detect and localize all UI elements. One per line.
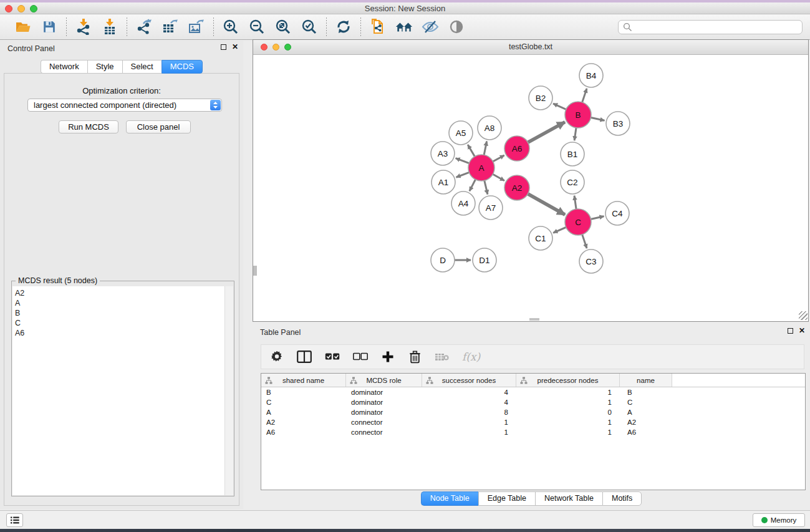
hide-selected-eye-slash-icon[interactable] (422, 18, 439, 36)
mcds-result-item[interactable]: B (15, 308, 224, 318)
cell-name[interactable]: C (620, 399, 672, 406)
table-row[interactable]: Adominator80A (261, 407, 805, 417)
frame-resize-grip[interactable] (799, 311, 808, 320)
mcds-list-scrollbar[interactable] (224, 286, 233, 495)
control-panel-tabs: NetworkStyleSelectMCDS (0, 60, 243, 74)
network-canvas[interactable]: B4B2BB3B1A5A8A6A3AA1A2A4A7C2C4CC1C3DD1 (253, 55, 808, 321)
tab-edge-table[interactable]: Edge Table (478, 491, 535, 506)
cell-successor-nodes[interactable]: 1 (422, 428, 516, 436)
node-label-B: B (575, 110, 581, 120)
window-title: Session: New Session (0, 4, 810, 13)
tab-node-table[interactable]: Node Table (421, 491, 478, 506)
node-label-C1: C1 (535, 234, 546, 243)
show-selected-eye-icon[interactable] (448, 18, 465, 36)
tab-style[interactable]: Style (87, 60, 122, 74)
cell-shared-name[interactable]: A6 (261, 428, 346, 436)
close-panel-button[interactable]: Close panel (126, 120, 191, 133)
split-columns-icon[interactable] (297, 351, 312, 363)
export-image-icon[interactable] (188, 18, 205, 36)
cell-successor-nodes[interactable]: 1 (422, 418, 516, 426)
mcds-result-item[interactable]: A2 (15, 288, 224, 298)
table-row[interactable]: A6connector11A6 (261, 427, 805, 437)
column-header-MCDS-role[interactable]: MCDS role (346, 374, 422, 387)
deselect-all-checks-icon[interactable] (353, 352, 368, 361)
tab-motifs[interactable]: Motifs (602, 491, 642, 506)
apply-function-icon[interactable]: f(x) (462, 351, 480, 363)
float-panel-icon[interactable] (221, 44, 226, 50)
cell-successor-nodes[interactable]: 8 (422, 409, 516, 416)
table-toolbar: f(x) (261, 344, 804, 369)
mcds-result-item[interactable]: C (15, 318, 224, 328)
cell-predecessor-nodes[interactable]: 1 (516, 399, 620, 406)
import-table-icon[interactable] (101, 18, 118, 36)
network-view-frame: testGlobe.txt B4B2BB3B1A5A8A6A3AA1A2A4A7… (253, 39, 809, 322)
table-row[interactable]: A2connector11A2 (261, 417, 805, 427)
node-label-A3: A3 (438, 149, 448, 158)
dock-panels-button[interactable] (6, 513, 23, 527)
zoom-out-icon[interactable] (248, 18, 266, 36)
delete-table-icon[interactable] (435, 352, 449, 362)
cell-name[interactable]: A (620, 409, 672, 416)
add-column-icon[interactable] (381, 351, 395, 363)
delete-column-trash-icon[interactable] (408, 351, 422, 364)
mcds-result-item[interactable]: A6 (15, 328, 224, 338)
column-header-successor-nodes[interactable]: successor nodes (422, 374, 516, 387)
cell-MCDS-role[interactable]: connector (346, 418, 422, 426)
tab-mcds[interactable]: MCDS (162, 60, 203, 74)
cell-name[interactable]: A6 (620, 428, 672, 436)
refresh-icon[interactable] (335, 18, 352, 36)
cell-predecessor-nodes[interactable]: 1 (516, 418, 620, 426)
cell-MCDS-role[interactable]: dominator (346, 399, 422, 406)
float-table-panel-icon[interactable] (788, 328, 793, 334)
column-header-name[interactable]: name (620, 374, 672, 387)
run-mcds-button[interactable]: Run MCDS (59, 120, 118, 133)
column-header-shared-name[interactable]: shared name (261, 374, 346, 387)
frame-bottom-thumb[interactable] (529, 318, 539, 321)
cell-name[interactable]: A2 (620, 418, 672, 426)
close-table-panel-icon[interactable]: ✕ (799, 328, 805, 334)
tab-network-table[interactable]: Network Table (535, 491, 602, 506)
clone-network-icon[interactable] (369, 18, 387, 36)
optimization-criterion-dropdown[interactable]: largest connected component (directed) (27, 99, 222, 112)
zoom-fit-icon[interactable] (274, 18, 292, 36)
cell-predecessor-nodes[interactable]: 0 (516, 409, 620, 416)
cell-successor-nodes[interactable]: 4 (422, 389, 516, 396)
cell-predecessor-nodes[interactable]: 1 (516, 389, 620, 396)
cell-MCDS-role[interactable]: connector (346, 428, 422, 436)
zoom-selected-icon[interactable] (301, 18, 318, 36)
search-input[interactable] (618, 20, 803, 34)
home-layout-icon[interactable] (395, 18, 413, 36)
mcds-result-list[interactable]: A2ABCA6 (12, 286, 224, 495)
mcds-result-item[interactable]: A (15, 298, 224, 308)
cell-name[interactable]: B (620, 389, 672, 396)
search-icon (623, 22, 632, 34)
select-all-checks-icon[interactable] (325, 352, 340, 361)
network-frame-titlebar[interactable]: testGlobe.txt (253, 40, 808, 55)
cell-successor-nodes[interactable]: 4 (422, 399, 516, 406)
close-panel-icon[interactable]: ✕ (232, 44, 238, 50)
cell-predecessor-nodes[interactable]: 1 (516, 428, 620, 436)
table-row[interactable]: Cdominator41C (261, 397, 805, 407)
open-session-icon[interactable] (14, 18, 32, 36)
tab-network[interactable]: Network (41, 60, 87, 74)
gear-icon[interactable] (270, 351, 284, 363)
save-session-icon[interactable] (41, 18, 58, 36)
cell-shared-name[interactable]: C (261, 399, 346, 406)
search-box[interactable] (618, 20, 803, 34)
cell-shared-name[interactable]: A (261, 409, 346, 416)
cell-shared-name[interactable]: A2 (261, 418, 346, 426)
cell-shared-name[interactable]: B (261, 389, 346, 396)
column-header-predecessor-nodes[interactable]: predecessor nodes (516, 374, 620, 387)
frame-edge-thumb[interactable] (253, 266, 257, 276)
export-network-icon[interactable] (135, 18, 153, 36)
dropdown-stepper-icon[interactable] (210, 100, 221, 110)
tab-select[interactable]: Select (122, 60, 162, 74)
export-table-icon[interactable] (162, 18, 179, 36)
table-row[interactable]: Bdominator41B (261, 387, 805, 397)
import-network-icon[interactable] (75, 18, 92, 36)
memory-button[interactable]: Memory (753, 513, 805, 527)
zoom-in-icon[interactable] (222, 18, 239, 36)
node-table[interactable]: shared nameMCDS rolesuccessor nodesprede… (261, 373, 806, 490)
cell-MCDS-role[interactable]: dominator (346, 389, 422, 396)
cell-MCDS-role[interactable]: dominator (346, 409, 422, 416)
